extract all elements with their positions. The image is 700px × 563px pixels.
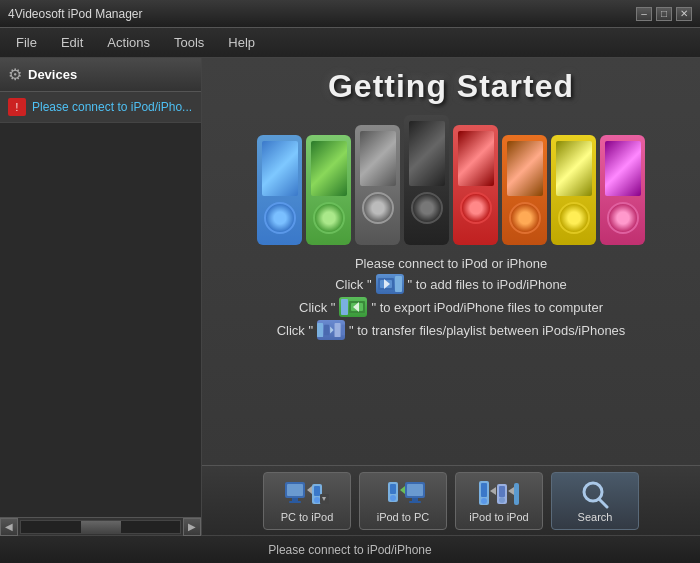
menu-edit[interactable]: Edit [49, 31, 95, 54]
svg-marker-26 [400, 486, 405, 494]
ipod-to-pc-button[interactable]: iPod to PC [359, 472, 447, 530]
menu-help[interactable]: Help [216, 31, 267, 54]
instruction-add: Click " " to add files to iPod/iPhone [222, 274, 680, 294]
ipod-screen-blue [262, 141, 298, 196]
instruction-export: Click " " to export iPod/iPhone files to… [222, 297, 680, 317]
click-prefix-3: Click " [277, 323, 313, 338]
instr-text-2: " to export iPod/iPhone files to compute… [371, 300, 603, 315]
ipod-screen-pink [605, 141, 641, 196]
scroll-track[interactable] [20, 520, 181, 534]
sidebar-scrollbar: ◀ ▶ [0, 517, 201, 535]
add-icon [376, 274, 404, 294]
ipod-screen-dark [409, 121, 445, 186]
close-button[interactable]: ✕ [676, 7, 692, 21]
ipod-screen-orange [507, 141, 543, 196]
screen-content [556, 141, 592, 196]
ipod-dark [404, 115, 449, 245]
click-wheel-dark [411, 192, 443, 224]
pc-to-ipod-label: PC to iPod [281, 511, 334, 523]
click-wheel-orange [509, 202, 541, 234]
svg-rect-11 [335, 323, 341, 337]
svg-marker-34 [490, 487, 496, 495]
ipod-screen-yellow [556, 141, 592, 196]
svg-line-41 [599, 499, 607, 507]
status-bar: Please connect to iPod/iPhone [0, 535, 700, 563]
search-label: Search [578, 511, 613, 523]
svg-rect-39 [514, 483, 519, 505]
screen-content [360, 131, 396, 186]
devices-header: ⚙ Devices [0, 58, 201, 92]
pc-to-ipod-icon [285, 479, 329, 509]
svg-rect-28 [407, 484, 423, 496]
ipod-gray [355, 125, 400, 245]
scroll-left-arrow[interactable]: ◀ [0, 518, 18, 536]
search-button[interactable]: Search [551, 472, 639, 530]
content-area: Getting Started [202, 58, 700, 535]
svg-rect-29 [412, 498, 418, 501]
menu-bar: File Edit Actions Tools Help [0, 28, 700, 58]
click-wheel-yellow [558, 202, 590, 234]
title-bar: 4Videosoft iPod Manager – □ ✕ [0, 0, 700, 28]
minimize-button[interactable]: – [636, 7, 652, 21]
svg-rect-4 [341, 299, 348, 315]
svg-rect-24 [390, 484, 396, 494]
connect-text: Please connect to iPod or iPhone [222, 256, 680, 271]
svg-point-25 [390, 495, 396, 501]
ipod-red [453, 125, 498, 245]
device-list: ! Please connect to iPod/iPho... [0, 92, 201, 517]
svg-point-33 [481, 498, 487, 504]
menu-actions[interactable]: Actions [95, 31, 162, 54]
svg-rect-16 [289, 501, 301, 503]
device-item[interactable]: ! Please connect to iPod/iPho... [0, 92, 201, 123]
maximize-button[interactable]: □ [656, 7, 672, 21]
click-wheel-red [460, 192, 492, 224]
devices-label: Devices [28, 67, 77, 82]
screen-content [507, 141, 543, 196]
svg-point-20 [314, 497, 320, 503]
ipod-screen-gray [360, 131, 396, 186]
ipod-pink [600, 135, 645, 245]
instr-text-3: " to transfer files/playlist between iPo… [349, 323, 625, 338]
content-body: Getting Started [202, 58, 700, 465]
menu-tools[interactable]: Tools [162, 31, 216, 54]
click-prefix-1: Click " [335, 277, 371, 292]
pc-to-ipod-button[interactable]: PC to iPod [263, 472, 351, 530]
svg-rect-19 [314, 486, 320, 496]
svg-rect-2 [395, 276, 402, 292]
ipod-yellow [551, 135, 596, 245]
device-status-icon: ! [8, 98, 26, 116]
instr-text-1: " to add files to iPod/iPhone [408, 277, 567, 292]
scroll-right-arrow[interactable]: ▶ [183, 518, 201, 536]
instructions: Please connect to iPod or iPhone Click "… [222, 253, 680, 343]
sidebar: ⚙ Devices ! Please connect to iPod/iPho.… [0, 58, 202, 535]
screen-content [311, 141, 347, 196]
transfer-icon [317, 320, 345, 340]
svg-rect-15 [292, 498, 298, 501]
svg-rect-14 [287, 484, 303, 496]
click-wheel-pink [607, 202, 639, 234]
ipod-orange [502, 135, 547, 245]
click-prefix-2: Click " [299, 300, 335, 315]
ipod-screen-green [311, 141, 347, 196]
export-icon [339, 297, 367, 317]
svg-marker-17 [307, 486, 312, 494]
scroll-thumb [81, 521, 121, 533]
svg-rect-9 [324, 325, 329, 336]
ipod-to-ipod-label: iPod to iPod [469, 511, 528, 523]
svg-rect-12 [342, 325, 346, 336]
screen-content [409, 121, 445, 186]
getting-started-title: Getting Started [328, 68, 574, 105]
ipod-to-ipod-button[interactable]: iPod to iPod [455, 472, 543, 530]
search-icon [573, 479, 617, 509]
ipod-green [306, 135, 351, 245]
ipod-screen-red [458, 131, 494, 186]
svg-rect-36 [499, 486, 505, 497]
ipod-blue [257, 135, 302, 245]
ipod-display [257, 115, 645, 245]
screen-content [605, 141, 641, 196]
svg-rect-32 [481, 483, 487, 497]
svg-marker-10 [330, 327, 334, 334]
status-text: Please connect to iPod/iPhone [268, 543, 431, 557]
menu-file[interactable]: File [4, 31, 49, 54]
svg-marker-38 [508, 487, 514, 495]
